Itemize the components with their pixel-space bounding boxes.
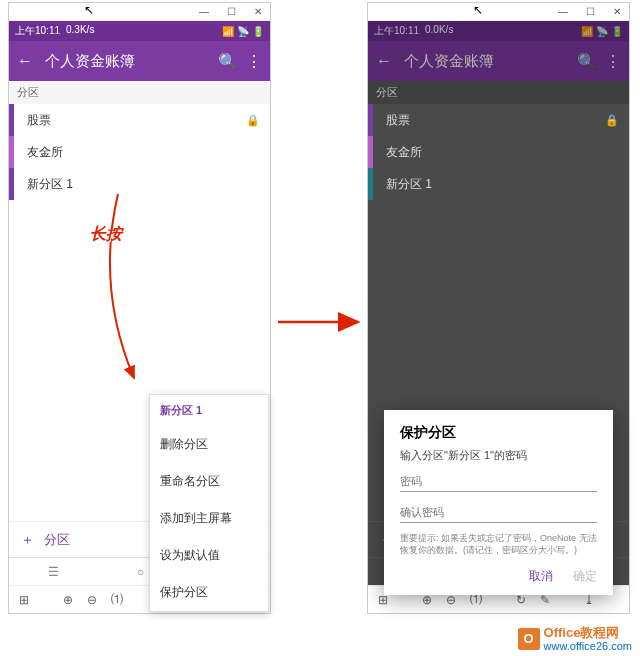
stripe: [9, 136, 14, 168]
cancel-button[interactable]: 取消: [529, 568, 553, 585]
section-header: 分区: [9, 81, 270, 104]
cursor-icon: ↖: [473, 3, 483, 17]
section-list: 股票 🔒 友金所 新分区 1: [368, 104, 629, 200]
status-bar: 上午10:11 0.3K/s 📶 📡 🔋: [9, 21, 270, 41]
back-icon[interactable]: ←: [376, 52, 392, 70]
transition-arrow: [276, 312, 366, 332]
watermark-icon: O: [518, 628, 540, 650]
status-time: 上午10:11: [15, 24, 60, 38]
watermark: O Office教程网 www.office26.com: [518, 626, 632, 652]
wifi-icon: 📡: [237, 26, 249, 37]
window-titlebar: ↖ — ☐ ✕: [9, 3, 270, 21]
maximize-button[interactable]: ☐: [227, 6, 236, 17]
close-button[interactable]: ✕: [613, 6, 621, 17]
list-item[interactable]: 友金所: [9, 136, 270, 168]
add-section-label: 分区: [44, 531, 70, 549]
menu-add-homescreen[interactable]: 添加到主屏幕: [150, 500, 268, 537]
stripe: [368, 104, 373, 136]
list-item[interactable]: 股票 🔒: [9, 104, 270, 136]
watermark-url: www.office26.com: [544, 640, 632, 652]
list-item[interactable]: 股票 🔒: [368, 104, 629, 136]
tool-grid-icon[interactable]: ⊞: [19, 593, 29, 607]
status-speed: 0.0K/s: [425, 24, 453, 38]
plus-icon: ＋: [21, 531, 34, 549]
status-bar: 上午10:11 0.0K/s 📶 📡 🔋: [368, 21, 629, 41]
ok-button[interactable]: 确定: [573, 568, 597, 585]
close-button[interactable]: ✕: [254, 6, 262, 17]
stripe: [368, 136, 373, 168]
lock-icon: 🔒: [605, 114, 619, 127]
list-item-label: 股票: [27, 112, 246, 129]
stripe: [9, 104, 14, 136]
search-icon[interactable]: 🔍: [577, 52, 593, 71]
back-icon[interactable]: ←: [17, 52, 33, 70]
dialog-title: 保护分区: [400, 424, 597, 442]
stripe: [9, 168, 14, 200]
nav-recent-icon[interactable]: ☰: [48, 565, 59, 579]
search-icon[interactable]: 🔍: [218, 52, 234, 71]
menu-title: 新分区 1: [150, 395, 268, 426]
curved-arrow: [100, 188, 160, 388]
battery-icon: 🔋: [611, 26, 623, 37]
page-title: 个人资金账簿: [45, 52, 206, 71]
menu-protect[interactable]: 保护分区: [150, 574, 268, 611]
list-item-label: 新分区 1: [386, 176, 619, 193]
protect-dialog: 保护分区 输入分区"新分区 1"的密码 重要提示: 如果丢失或忘记了密码，One…: [384, 410, 613, 595]
confirm-password-field[interactable]: [400, 502, 597, 523]
watermark-title: Office教程网: [544, 626, 632, 640]
list-item-label: 友金所: [386, 144, 619, 161]
list-item[interactable]: 友金所: [368, 136, 629, 168]
tool-zoomout-icon[interactable]: ⊖: [87, 593, 97, 607]
list-item-label: 股票: [386, 112, 605, 129]
window-titlebar: ↖ — ☐ ✕: [368, 3, 629, 21]
content-area: 保护分区 输入分区"新分区 1"的密码 重要提示: 如果丢失或忘记了密码，One…: [368, 200, 629, 521]
app-bar: ← 个人资金账簿 🔍 ⋮: [9, 41, 270, 81]
lock-icon: 🔒: [246, 114, 260, 127]
list-item[interactable]: 新分区 1: [368, 168, 629, 200]
wifi-icon: 📡: [596, 26, 608, 37]
dialog-subtitle: 输入分区"新分区 1"的密码: [400, 448, 597, 463]
menu-set-default[interactable]: 设为默认值: [150, 537, 268, 574]
signal-icon: 📶: [222, 26, 234, 37]
minimize-button[interactable]: —: [199, 6, 209, 17]
long-press-annotation: 长按: [90, 224, 122, 245]
tool-fit-icon[interactable]: ⑴: [111, 591, 123, 608]
status-speed: 0.3K/s: [66, 24, 94, 38]
section-header: 分区: [368, 81, 629, 104]
tool-zoomin-icon[interactable]: ⊕: [63, 593, 73, 607]
cursor-icon: ↖: [84, 3, 94, 17]
more-icon[interactable]: ⋮: [246, 52, 262, 71]
context-menu: 新分区 1 删除分区 重命名分区 添加到主屏幕 设为默认值 保护分区: [149, 394, 269, 612]
nav-home-icon[interactable]: ○: [137, 565, 144, 579]
more-icon[interactable]: ⋮: [605, 52, 621, 71]
menu-delete[interactable]: 删除分区: [150, 426, 268, 463]
maximize-button[interactable]: ☐: [586, 6, 595, 17]
section-list: 股票 🔒 友金所 新分区 1: [9, 104, 270, 200]
menu-rename[interactable]: 重命名分区: [150, 463, 268, 500]
status-time: 上午10:11: [374, 24, 419, 38]
password-field[interactable]: [400, 471, 597, 492]
dialog-hint: 重要提示: 如果丢失或忘记了密码，OneNote 无法恢复你的数据。(请记住，密…: [400, 533, 597, 556]
app-bar: ← 个人资金账簿 🔍 ⋮: [368, 41, 629, 81]
minimize-button[interactable]: —: [558, 6, 568, 17]
signal-icon: 📶: [581, 26, 593, 37]
stripe: [368, 168, 373, 200]
page-title: 个人资金账簿: [404, 52, 565, 71]
list-item-label: 友金所: [27, 144, 260, 161]
battery-icon: 🔋: [252, 26, 264, 37]
phone-right: ↖ — ☐ ✕ 上午10:11 0.0K/s 📶 📡 🔋 ← 个人资金账簿 🔍 …: [367, 2, 630, 614]
